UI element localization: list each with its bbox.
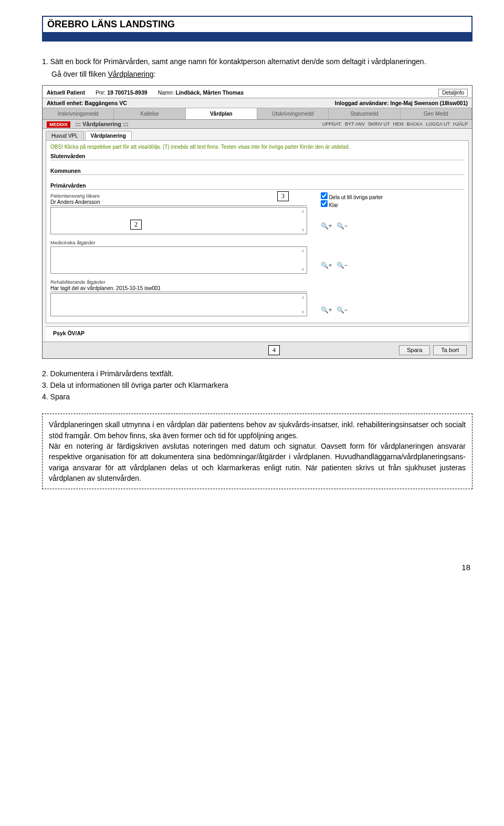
subline-prefix: Gå över till fliken	[51, 70, 108, 78]
pnr-label: Pnr:	[96, 89, 106, 96]
subline-link: Vårdplanering	[108, 70, 153, 78]
vardplanering-label: ::: Vårdplanering :::	[75, 121, 129, 127]
page-number: 18	[42, 563, 472, 572]
tab-inskrivningsmedd[interactable]: Inskrivningsmedd	[43, 108, 114, 119]
step2-num: 2.	[42, 369, 48, 378]
page-header: ÖREBRO LÄNS LANDSTING	[42, 16, 472, 42]
inloggad-value: Inge-Maj Swenson (18isw001)	[390, 100, 468, 106]
rehab-value[interactable]: Har tagit del av vårdplanen. 2015-10-15 …	[50, 285, 307, 292]
step3-text: Dela ut informationen till övriga parter…	[50, 381, 228, 389]
spara-button[interactable]: Spara	[399, 345, 430, 355]
tool-hem[interactable]: HEM	[393, 121, 403, 127]
zoom-3: 🔍+🔍−	[321, 306, 348, 314]
med-atgarder-textbox[interactable]: ∧∨	[50, 246, 307, 274]
rehab-label: Rehabiliterande åtgärder	[50, 279, 464, 285]
scroll-icon: ∧∨	[300, 209, 306, 232]
intro-text: 1. Sätt en bock för Primärvården, samt a…	[42, 56, 472, 80]
zoom-2: 🔍+🔍−	[321, 262, 348, 269]
scroll-icon: ∧∨	[300, 249, 306, 272]
zoom-in-icon[interactable]: 🔍+	[321, 306, 332, 314]
section-psyk[interactable]: Psyk ÖV/AP	[46, 326, 469, 342]
header-stripe	[43, 32, 471, 40]
tab-genmedd[interactable]: Gen Medd	[401, 108, 472, 119]
primarvarden-textbox[interactable]: ∧∨	[50, 207, 307, 234]
zoom-out-icon[interactable]: 🔍−	[337, 262, 348, 269]
zoom-1: 🔍+🔍−	[321, 222, 348, 230]
patient-bar: Aktuell Patient Pnr: 19 700715-8939 Namn…	[43, 86, 472, 98]
callout-2: 2	[130, 220, 142, 230]
section-kommunen[interactable]: Kommunen	[50, 168, 464, 175]
step1-num: 1.	[42, 57, 48, 66]
panel-body: OBS! Klicka på respektive part för att v…	[46, 140, 469, 323]
step3-num: 3.	[42, 381, 48, 389]
subtab-huvudvpl[interactable]: Huvud VPL	[46, 131, 84, 140]
org-name: ÖREBRO LÄNS LANDSTING	[47, 19, 175, 29]
obs-text: OBS! Klicka på respektive part för att v…	[50, 144, 464, 150]
zoom-out-icon[interactable]: 🔍−	[337, 222, 348, 230]
step1-text: Sätt en bock för Primärvården, samt ange…	[50, 57, 426, 66]
aktuell-patient-label: Aktuell Patient	[47, 89, 85, 96]
tool-hjalp[interactable]: HJÄLP	[453, 121, 468, 127]
detaljinfo-button[interactable]: Detaljinfo	[438, 89, 468, 97]
inloggad-label: Inloggad användare:	[335, 100, 389, 106]
tabort-button[interactable]: Ta bort	[433, 345, 467, 355]
chk-dela-input[interactable]	[321, 192, 328, 199]
subline-suffix: :	[154, 70, 156, 78]
meddix-bar: MEDDIX ::: Vårdplanering ::: UPPDAT. BYT…	[43, 120, 472, 129]
meddix-badge: MEDDIX	[47, 121, 70, 128]
tab-vardplan[interactable]: Vårdplan	[186, 108, 257, 119]
patientansvarig-value[interactable]: Dr Anders Andersson	[50, 199, 307, 206]
right-checkboxes: Dela ut till övriga parter Klar	[321, 192, 383, 208]
info-text: Vårdplaneringen skall utmynna i en vårdp…	[49, 420, 466, 482]
toolbar: UPPDAT. BYT ANV SKRIV UT HEM BACKA LOGGA…	[322, 121, 468, 127]
med-atgarder-label: Medicinska åtgärder	[50, 240, 464, 245]
namn-value: Lindbäck, Mårten Thomas	[175, 89, 244, 96]
enhet-value: Baggängens VC	[85, 100, 127, 106]
section-primarvarden[interactable]: Primärvården	[50, 182, 464, 190]
tab-utskrivningsmedd[interactable]: Utskrivningsmedd	[257, 108, 329, 119]
tool-bytanv[interactable]: BYT ANV	[345, 121, 365, 127]
step4-num: 4.	[42, 393, 48, 401]
step2-text: Dokumentera i Primärvårdens textfält.	[50, 369, 174, 378]
scroll-icon: ∧∨	[300, 295, 306, 314]
tool-uppdat[interactable]: UPPDAT.	[322, 121, 342, 127]
tool-loggaut[interactable]: LOGGA UT	[426, 121, 450, 127]
rehab-textbox[interactable]: ∧∨	[50, 293, 307, 316]
steps-after: 2. Dokumentera i Primärvårdens textfält.…	[42, 368, 472, 402]
screenshot: Aktuell Patient Pnr: 19 700715-8939 Namn…	[42, 85, 472, 359]
patientansvarig-label: Patientansvarig läkare	[50, 193, 464, 199]
subtab-vardplanering[interactable]: Vårdplanering	[85, 131, 132, 140]
chk-klar-input[interactable]	[321, 200, 328, 207]
tool-backa[interactable]: BACKA	[406, 121, 423, 127]
sub-tabs: Huvud VPL Vårdplanering	[43, 129, 472, 140]
enhet-bar: Aktuell enhet: Baggängens VC Inloggad an…	[43, 98, 472, 108]
info-box: Vårdplaneringen skall utmynna i en vårdp…	[42, 414, 472, 489]
zoom-out-icon[interactable]: 🔍−	[337, 306, 348, 314]
zoom-in-icon[interactable]: 🔍+	[321, 222, 332, 230]
bottom-bar: 4 Spara Ta bort	[43, 342, 472, 358]
step4-text: Spara	[50, 393, 70, 401]
callout-4: 4	[268, 345, 280, 355]
chk-klar[interactable]: Klar	[321, 200, 383, 208]
callout-3: 3	[277, 191, 289, 201]
zoom-in-icon[interactable]: 🔍+	[321, 262, 332, 269]
enhet-label: Aktuell enhet:	[47, 100, 83, 106]
tab-statusmedd[interactable]: Statusmedd	[329, 108, 400, 119]
main-tabs: Inskrivningsmedd Kallelse Vårdplan Utskr…	[43, 108, 472, 120]
tab-kallelse[interactable]: Kallelse	[114, 108, 185, 119]
tool-skrivut[interactable]: SKRIV UT	[368, 121, 390, 127]
pnr-value: 19 700715-8939	[107, 89, 148, 96]
namn-label: Namn:	[158, 89, 174, 96]
section-slutenvarden[interactable]: Slutenvården	[50, 153, 464, 160]
chk-dela[interactable]: Dela ut till övriga parter	[321, 192, 383, 200]
